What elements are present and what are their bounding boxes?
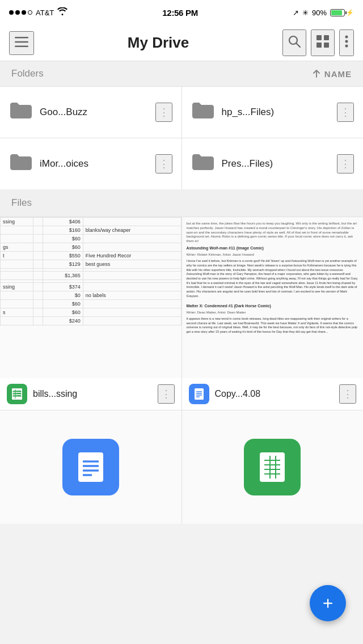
grid-view-button[interactable] xyxy=(311,29,335,56)
file-item-partial[interactable] xyxy=(0,410,182,524)
svg-rect-8 xyxy=(324,43,329,48)
folders-section-header: Folders NAME xyxy=(0,61,363,87)
svg-rect-2 xyxy=(15,45,28,47)
sort-arrow-icon xyxy=(312,69,321,78)
page-title: My Drive xyxy=(43,34,273,52)
file-preview-partial-docs xyxy=(0,410,182,524)
svg-point-11 xyxy=(345,45,348,48)
battery-container: ⚡ xyxy=(330,9,354,16)
svg-rect-31 xyxy=(260,452,285,482)
file-preview-partial-sheets xyxy=(182,410,364,524)
files-label: Files xyxy=(11,197,32,208)
charging-bolt: ⚡ xyxy=(346,9,354,16)
svg-rect-6 xyxy=(324,35,329,40)
folder-name: Pres...Files) xyxy=(222,158,331,170)
folder-item[interactable]: Pres...Files) ⋮ xyxy=(182,138,364,189)
file-item-partial[interactable] xyxy=(182,410,364,524)
folder-item[interactable]: hp_s...Files) ⋮ xyxy=(182,87,364,138)
folder-icon xyxy=(191,100,215,125)
status-left: AT&T xyxy=(9,7,67,18)
wifi-icon xyxy=(57,7,67,18)
status-right: ↗ ✳ 90% ⚡ xyxy=(293,9,354,17)
folder-more-button[interactable]: ⋮ xyxy=(337,103,354,122)
nav-actions xyxy=(282,29,354,56)
battery-indicator xyxy=(330,9,345,16)
bluetooth-icon: ✳ xyxy=(302,9,309,17)
doc-article-title-2: Matter X: Condemned #1 (Dark Horse Comic… xyxy=(187,303,359,309)
sort-label: NAME xyxy=(324,69,352,79)
signal-dot-2 xyxy=(15,10,20,15)
battery-fill xyxy=(331,10,342,15)
file-name: bills...ssing xyxy=(33,389,152,399)
svg-rect-1 xyxy=(15,41,28,43)
svg-rect-0 xyxy=(15,37,28,39)
folder-name: Goo...Buzz xyxy=(40,107,149,118)
navigation-icon: ↗ xyxy=(293,9,299,17)
folders-grid: Goo...Buzz ⋮ hp_s...Files) ⋮ iMor...oice… xyxy=(0,87,363,189)
folder-name: hp_s...Files) xyxy=(222,107,331,118)
nav-bar: My Drive xyxy=(0,25,363,61)
files-grid: ssing$406 $160blanks/way cheaper $60 gs$… xyxy=(0,217,363,524)
signal-dot-1 xyxy=(9,10,14,15)
folder-more-button[interactable]: ⋮ xyxy=(155,103,172,122)
files-section-header: Files xyxy=(0,189,363,217)
file-more-button[interactable]: ⋮ xyxy=(339,384,356,404)
file-name: Copy...4.08 xyxy=(215,389,334,399)
svg-rect-7 xyxy=(316,43,322,48)
status-bar: AT&T 12:56 PM ↗ ✳ 90% ⚡ xyxy=(0,0,363,25)
svg-rect-21 xyxy=(195,388,204,400)
signal-dot-4 xyxy=(28,10,32,15)
folder-icon xyxy=(9,100,33,125)
file-item[interactable]: but at the same time, the jokes flow lik… xyxy=(182,217,364,410)
doc-article-title: Astounding Wolf-man #11 (Image Comic) xyxy=(187,245,359,251)
svg-point-9 xyxy=(345,36,348,39)
file-footer: Copy...4.08 ⋮ xyxy=(182,378,364,410)
folder-more-button[interactable]: ⋮ xyxy=(337,154,354,173)
more-options-button[interactable] xyxy=(339,29,354,56)
add-icon: + xyxy=(323,593,334,614)
sort-row[interactable]: NAME xyxy=(312,69,352,79)
large-docs-icon xyxy=(62,439,119,495)
file-item[interactable]: ssing$406 $160blanks/way cheaper $60 gs$… xyxy=(0,217,182,410)
svg-rect-26 xyxy=(78,452,103,482)
svg-point-10 xyxy=(345,40,348,43)
file-preview-sheets: ssing$406 $160blanks/way cheaper $60 gs$… xyxy=(0,217,182,378)
status-time: 12:56 PM xyxy=(162,8,198,18)
folder-icon xyxy=(9,152,33,176)
docs-app-icon xyxy=(189,384,209,404)
large-sheets-icon xyxy=(244,439,301,495)
battery-percent: 90% xyxy=(312,9,327,17)
svg-line-4 xyxy=(297,44,301,48)
folder-name: iMor...oices xyxy=(40,158,149,170)
search-button[interactable] xyxy=(282,29,306,56)
file-more-button[interactable]: ⋮ xyxy=(158,384,175,404)
folder-icon xyxy=(191,152,215,176)
signal-dot-3 xyxy=(22,10,26,15)
menu-button[interactable] xyxy=(9,31,34,55)
signal-dots xyxy=(9,10,32,15)
folder-more-button[interactable]: ⋮ xyxy=(155,154,172,173)
file-footer: bills...ssing ⋮ xyxy=(0,378,182,410)
file-preview-docs: but at the same time, the jokes flow lik… xyxy=(182,217,364,378)
folders-label: Folders xyxy=(11,68,44,79)
carrier-label: AT&T xyxy=(36,9,54,17)
doc-writer: Writer: Robert Kirkman, Artist: Jason Ho… xyxy=(187,252,359,257)
folder-item[interactable]: iMor...oices ⋮ xyxy=(0,138,182,189)
sheets-app-icon xyxy=(7,384,27,404)
folder-item[interactable]: Goo...Buzz ⋮ xyxy=(0,87,182,138)
svg-rect-5 xyxy=(316,35,322,40)
doc-writer-2: Writer: Dean Matter, Artist: Dean Matter xyxy=(187,310,359,315)
add-fab-button[interactable]: + xyxy=(310,585,346,621)
